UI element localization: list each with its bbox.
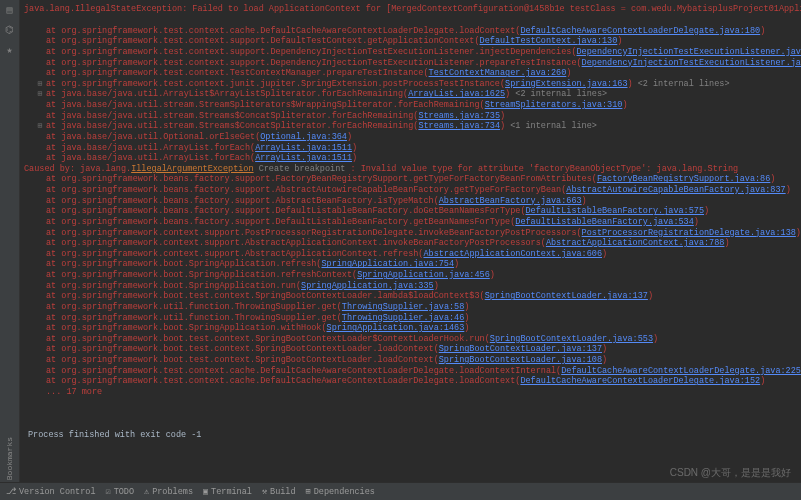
source-link[interactable]: SpringExtension.java:163 xyxy=(505,79,627,89)
console-panel: java.lang.IllegalStateException: Failed … xyxy=(20,0,801,500)
tab-build[interactable]: ⚒Build xyxy=(262,486,296,497)
source-link[interactable]: ArrayList.java:1511 xyxy=(255,153,352,163)
source-link[interactable]: Optional.java:364 xyxy=(260,132,347,142)
favorites-icon[interactable]: ★ xyxy=(4,44,16,56)
source-link[interactable]: ThrowingSupplier.java:58 xyxy=(342,302,464,312)
source-link[interactable]: PostProcessorRegistrationDelegate.java:1… xyxy=(582,228,796,238)
source-link[interactable]: StreamSpliterators.java:310 xyxy=(485,100,623,110)
tab-version-control[interactable]: ⎇Version Control xyxy=(6,486,96,497)
tab-todo[interactable]: ☑TODO xyxy=(106,486,135,497)
source-link[interactable]: DependencyInjectionTestExecutionListener… xyxy=(577,47,802,57)
internal-lines: <1 internal line> xyxy=(505,121,597,131)
source-link[interactable]: SpringApplication.java:456 xyxy=(357,270,490,280)
fold-icon[interactable]: ⊞ xyxy=(34,121,46,131)
create-breakpoint[interactable]: Create breakpoint xyxy=(254,164,346,174)
source-link[interactable]: DefaultListableBeanFactory.java:575 xyxy=(525,206,704,216)
source-link[interactable]: FactoryBeanRegistrySupport.java:86 xyxy=(597,174,770,184)
source-link[interactable]: SpringApplication.java:1463 xyxy=(327,323,465,333)
source-link[interactable]: ArrayList.java:1625 xyxy=(408,89,505,99)
structure-icon[interactable]: ⌬ xyxy=(4,24,16,36)
source-link[interactable]: Streams.java:735 xyxy=(418,111,500,121)
exception-class[interactable]: IllegalArgumentException xyxy=(131,164,253,174)
console-output[interactable]: java.lang.IllegalStateException: Failed … xyxy=(24,4,793,440)
source-link[interactable]: ArrayList.java:1511 xyxy=(255,143,352,153)
source-link[interactable]: SpringBootContextLoader.java:137 xyxy=(485,291,648,301)
source-link[interactable]: SpringBootContextLoader.java:553 xyxy=(490,334,653,344)
caused-by: Caused by: java.lang. xyxy=(24,164,131,174)
fold-icon[interactable]: ⊞ xyxy=(34,89,46,99)
source-link[interactable]: AbstractApplicationContext.java:606 xyxy=(423,249,602,259)
source-link[interactable]: AbstractApplicationContext.java:788 xyxy=(546,238,725,248)
tab-terminal[interactable]: ▣Terminal xyxy=(203,486,252,497)
tool-window-bar: ▤ ⌬ ★ Bookmarks xyxy=(0,0,20,500)
source-link[interactable]: SpringApplication.java:335 xyxy=(301,281,434,291)
source-link[interactable]: SpringApplication.java:754 xyxy=(321,259,454,269)
internal-lines: <2 internal lines> xyxy=(633,79,730,89)
more-frames: ... 17 more xyxy=(46,387,102,397)
source-link[interactable]: Streams.java:734 xyxy=(418,121,500,131)
source-link[interactable]: AbstractBeanFactory.java:663 xyxy=(439,196,582,206)
project-icon[interactable]: ▤ xyxy=(4,4,16,16)
exit-code-line: Process finished with exit code -1 xyxy=(28,430,793,441)
status-bar: ⎇Version Control ☑TODO ⚠Problems ▣Termin… xyxy=(0,482,801,500)
source-link[interactable]: DefaultCacheAwareContextLoaderDelegate.j… xyxy=(561,366,801,376)
watermark: CSDN @大哥，是是是我好 xyxy=(670,466,791,480)
exception-header: java.lang.IllegalStateException: Failed … xyxy=(24,4,801,14)
source-link[interactable]: DefaultTestContext.java:130 xyxy=(480,36,618,46)
source-link[interactable]: DefaultCacheAwareContextLoaderDelegate.j… xyxy=(520,26,760,36)
source-link[interactable]: SpringBootContextLoader.java:108 xyxy=(439,355,602,365)
fold-icon[interactable]: ⊞ xyxy=(34,79,46,89)
source-link[interactable]: DependencyInjectionTestExecutionListener… xyxy=(582,58,801,68)
source-link[interactable]: DefaultListableBeanFactory.java:534 xyxy=(515,217,694,227)
tab-problems[interactable]: ⚠Problems xyxy=(144,486,193,497)
source-link[interactable]: TestContextManager.java:260 xyxy=(429,68,567,78)
source-link[interactable]: AbstractAutowireCapableBeanFactory.java:… xyxy=(566,185,785,195)
internal-lines: <2 internal lines> xyxy=(510,89,607,99)
bookmarks-label[interactable]: Bookmarks xyxy=(5,437,14,480)
source-link[interactable]: DefaultCacheAwareContextLoaderDelegate.j… xyxy=(520,376,760,386)
tab-dependencies[interactable]: ⊞Dependencies xyxy=(306,486,375,497)
source-link[interactable]: SpringBootContextLoader.java:137 xyxy=(439,344,602,354)
source-link[interactable]: ThrowingSupplier.java:46 xyxy=(342,313,464,323)
